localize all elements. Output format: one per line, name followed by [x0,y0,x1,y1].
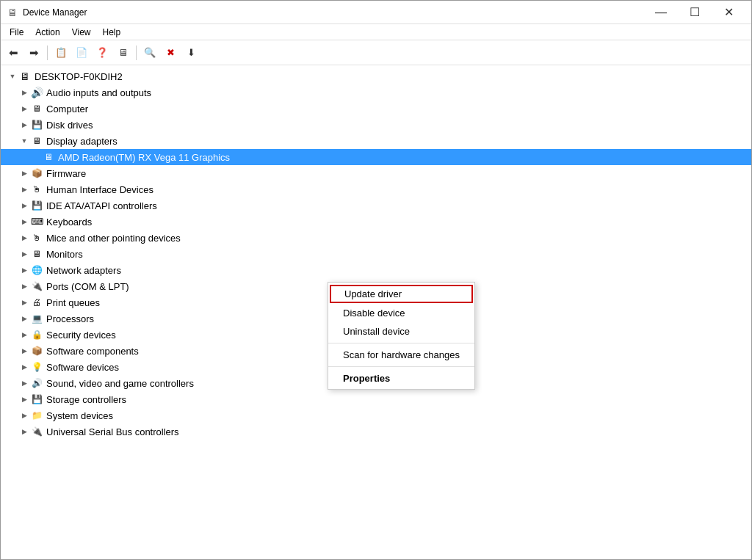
tree-item-keyboards[interactable]: ▶ ⌨ Keyboards [1,214,751,230]
root-expander: ▼ [7,70,18,82]
tree-item-hid[interactable]: ▶ 🖱 Human Interface Devices [1,181,751,197]
ctx-properties[interactable]: Properties [328,369,474,388]
menu-help[interactable]: Help [97,26,127,39]
ide-label: IDE ATA/ATAPI controllers [46,200,157,211]
hid-expander: ▶ [18,183,30,195]
minimize-button[interactable]: — [644,1,678,24]
security-expander: ▶ [18,329,30,341]
display-expander: ▼ [18,135,30,147]
security-icon: 🔒 [30,328,43,341]
amd-label: AMD Radeon(TM) RX Vega 11 Graphics [58,152,230,163]
tree-item-disk[interactable]: ▶ 💾 Disk drives [1,117,751,133]
ports-icon: 🔌 [30,280,43,293]
monitors-expander: ▶ [18,248,30,260]
tree-item-network[interactable]: ▶ 🌐 Network adapters [1,262,751,278]
tree-item-usb[interactable]: ▶ 🔌 Universal Serial Bus controllers [1,423,751,440]
sound-expander: ▶ [18,377,30,389]
firmware-label: Firmware [46,168,86,179]
ctx-uninstall-device[interactable]: Uninstall device [328,322,474,341]
mice-label: Mice and other pointing devices [46,233,181,244]
display-label: Display adapters [46,136,118,147]
software-components-expander: ▶ [18,345,30,357]
ctx-update-driver[interactable]: Update driver [330,285,473,303]
scan-button[interactable]: 🔍 [140,43,159,62]
print-icon: 🖨 [30,296,43,309]
tree-item-display[interactable]: ▼ 🖥 Display adapters [1,133,751,149]
system-label: System devices [46,410,113,421]
help-button[interactable]: ❓ [93,43,112,62]
tree-item-computer[interactable]: ▶ 🖥 Computer [1,101,751,117]
tree-item-amd[interactable]: 🖥 AMD Radeon(TM) RX Vega 11 Graphics [1,149,751,165]
keyboards-label: Keyboards [46,217,92,228]
print-label: Print queues [46,297,100,308]
context-menu: Update driver Disable device Uninstall d… [328,282,475,390]
ports-expander: ▶ [18,280,30,292]
tree-item-monitors[interactable]: ▶ 🖥 Monitors [1,246,751,262]
storage-label: Storage controllers [46,394,126,405]
update-driver-toolbar-button[interactable]: 📄 [72,43,91,62]
amd-icon: 🖥 [42,150,55,164]
tree-item-firmware[interactable]: ▶ 📦 Firmware [1,165,751,181]
window-title: Device Manager [23,7,644,18]
audio-icon: 🔊 [30,86,43,99]
keyboards-expander: ▶ [18,216,30,228]
usb-expander: ▶ [18,426,30,437]
computer-icon: 🖥 [30,102,43,115]
properties-button[interactable]: 📋 [51,43,70,62]
print-expander: ▶ [18,297,30,308]
menu-file[interactable]: File [4,26,29,39]
device-manager-window: 🖥 Device Manager — ☐ ✕ File Action View … [0,0,752,560]
software-devices-label: Software devices [46,362,119,373]
menu-action[interactable]: Action [29,26,65,39]
forward-button[interactable]: ➡ [24,43,43,62]
system-expander: ▶ [18,410,30,421]
app-icon: 🖥 [7,7,18,18]
back-button[interactable]: ⬅ [4,43,23,62]
sound-label: Sound, video and game controllers [46,378,194,389]
tree-item-audio[interactable]: ▶ 🔊 Audio inputs and outputs [1,84,751,101]
download-button[interactable]: ⬇ [181,43,200,62]
hid-icon: 🖱 [30,183,43,196]
tree-item-storage[interactable]: ▶ 💾 Storage controllers [1,391,751,407]
tree-item-system[interactable]: ▶ 📁 System devices [1,407,751,423]
audio-label: Audio inputs and outputs [46,87,151,98]
display-button[interactable]: 🖥 [113,43,132,62]
usb-label: Universal Serial Bus controllers [46,426,179,437]
toolbar-separator-1 [47,46,48,60]
close-button[interactable]: ✕ [712,1,745,24]
tree-item-mice[interactable]: ▶ 🖱 Mice and other pointing devices [1,230,751,246]
ctx-scan[interactable]: Scan for hardware changes [328,346,474,364]
content-area: ▼ 🖥 DESKTOP-F0KDIH2 ▶ 🔊 Audio inputs and… [1,65,751,559]
disk-expander: ▶ [18,119,30,131]
hid-label: Human Interface Devices [46,184,153,195]
firmware-expander: ▶ [18,167,30,179]
software-devices-icon: 💡 [30,360,43,374]
software-components-label: Software components [46,346,139,357]
amd-expander [30,151,42,163]
maximize-button[interactable]: ☐ [678,1,712,24]
tree-root[interactable]: ▼ 🖥 DESKTOP-F0KDIH2 [1,68,751,84]
software-devices-expander: ▶ [18,361,30,373]
audio-expander: ▶ [18,87,30,98]
ide-expander: ▶ [18,200,30,211]
ide-icon: 💾 [30,199,43,212]
tree-item-ide[interactable]: ▶ 💾 IDE ATA/ATAPI controllers [1,197,751,214]
monitors-label: Monitors [46,249,83,260]
processors-expander: ▶ [18,313,30,324]
system-icon: 📁 [30,409,43,422]
sound-icon: 🔊 [30,377,43,390]
mice-expander: ▶ [18,232,30,244]
disk-label: Disk drives [46,120,93,131]
processors-label: Processors [46,313,94,324]
menu-bar: File Action View Help [1,24,751,40]
menu-view[interactable]: View [66,26,97,39]
toolbar-separator-2 [136,46,137,60]
security-label: Security devices [46,330,116,341]
computer-label: Computer [46,103,88,114]
uninstall-button[interactable]: ✖ [161,43,180,62]
network-icon: 🌐 [30,263,43,277]
ctx-disable-device[interactable]: Disable device [328,304,474,322]
title-bar: 🖥 Device Manager — ☐ ✕ [1,1,751,24]
usb-icon: 🔌 [30,425,43,438]
disk-icon: 💾 [30,118,43,131]
